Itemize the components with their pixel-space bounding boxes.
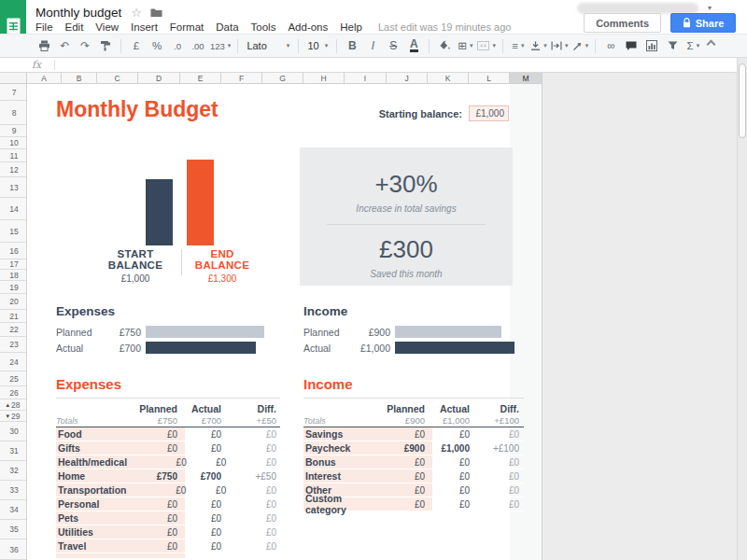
- account-menu-caret-icon[interactable]: ▾: [708, 4, 712, 12]
- starting-balance-value-cell[interactable]: £1,000: [469, 105, 509, 121]
- row-header[interactable]: 12: [0, 162, 26, 177]
- row-header[interactable]: 15: [0, 220, 26, 243]
- column-header[interactable]: H: [303, 73, 345, 84]
- column-header[interactable]: A: [27, 73, 62, 84]
- insert-link-icon[interactable]: ∞: [600, 35, 621, 56]
- row-header[interactable]: 34: [0, 500, 26, 520]
- row-header[interactable]: 30: [0, 422, 26, 441]
- percent-format-icon[interactable]: %: [147, 35, 167, 56]
- menu-item[interactable]: File: [35, 21, 53, 33]
- print-icon[interactable]: [34, 35, 54, 56]
- column-header[interactable]: C: [97, 73, 138, 84]
- currency-format-icon[interactable]: £: [126, 35, 147, 56]
- column-header[interactable]: B: [62, 73, 97, 84]
- sheet-canvas[interactable]: Monthly Budget Starting balance: £1,000 …: [27, 84, 543, 560]
- column-header[interactable]: J: [387, 73, 428, 84]
- undo-icon[interactable]: ↶: [54, 35, 75, 56]
- column-header[interactable]: L: [469, 73, 510, 84]
- menu-item[interactable]: View: [95, 21, 119, 33]
- row-header[interactable]: 10: [0, 137, 26, 149]
- column-header[interactable]: K: [428, 73, 469, 84]
- table-row[interactable]: Pets £0 £0 £0: [56, 511, 280, 525]
- last-edit-status[interactable]: Last edit was 19 minutes ago: [378, 21, 511, 33]
- table-row[interactable]: Travel £0 £0 £0: [56, 539, 280, 553]
- table-row[interactable]: Health/medical £0 £0 £0: [56, 455, 280, 469]
- row-header[interactable]: 9: [0, 125, 26, 137]
- column-header[interactable]: E: [180, 73, 221, 84]
- table-row[interactable]: Custom category £0 £0 £0: [303, 497, 524, 511]
- row-header[interactable]: 14: [0, 198, 26, 220]
- row-header[interactable]: 7: [0, 84, 26, 101]
- row-header[interactable]: 32: [0, 461, 26, 481]
- row-header[interactable]: 33: [0, 481, 26, 500]
- merge-cells-icon[interactable]: [475, 35, 498, 56]
- row-header[interactable]: 17: [0, 259, 26, 270]
- text-color-icon[interactable]: A: [410, 39, 418, 52]
- font-size-select[interactable]: 10: [303, 35, 331, 56]
- menu-item[interactable]: Help: [340, 21, 362, 33]
- fill-color-icon[interactable]: [434, 35, 455, 56]
- column-header[interactable]: I: [345, 73, 387, 84]
- menu-item[interactable]: Tools: [251, 21, 276, 33]
- insert-chart-icon[interactable]: [641, 35, 662, 56]
- borders-icon[interactable]: ⊞: [455, 35, 475, 56]
- row-header[interactable]: 21: [0, 310, 26, 323]
- row-header[interactable]: 23: [0, 337, 26, 353]
- folder-icon[interactable]: [150, 7, 162, 18]
- row-header[interactable]: 35: [0, 520, 26, 539]
- row-header[interactable]: ▴28: [0, 399, 26, 411]
- row-header[interactable]: 31: [0, 441, 26, 461]
- bold-icon[interactable]: B: [342, 35, 362, 56]
- column-header[interactable]: D: [138, 73, 180, 84]
- decrease-decimal-icon[interactable]: .0: [167, 35, 188, 56]
- italic-icon[interactable]: I: [362, 35, 383, 56]
- comments-button[interactable]: Comments: [584, 13, 661, 33]
- row-header[interactable]: 19: [0, 281, 26, 294]
- scrollbar-thumb[interactable]: [739, 63, 746, 138]
- select-all-corner[interactable]: [0, 73, 27, 84]
- strikethrough-icon[interactable]: S: [383, 35, 403, 56]
- row-header[interactable]: 24: [0, 353, 26, 371]
- table-row[interactable]: Interest £0 £0 £0: [303, 469, 524, 483]
- menu-item[interactable]: Data: [216, 21, 238, 33]
- row-header[interactable]: 36: [0, 539, 26, 560]
- table-row[interactable]: Home £750 £700 +£50: [56, 469, 280, 483]
- share-button[interactable]: Share: [670, 13, 736, 33]
- table-row[interactable]: Utilities £0 £0 £0: [56, 525, 280, 539]
- menu-item[interactable]: Format: [170, 21, 204, 33]
- row-header[interactable]: 13: [0, 177, 26, 198]
- row-header[interactable]: 26: [0, 386, 26, 399]
- vertical-align-icon[interactable]: [529, 35, 549, 56]
- insert-comment-icon[interactable]: [621, 35, 641, 56]
- table-row[interactable]: Gifts £0 £0 £0: [56, 441, 280, 455]
- column-header[interactable]: G: [262, 73, 303, 84]
- table-row[interactable]: Savings £0 £0 £0: [303, 427, 524, 441]
- table-row[interactable]: Bonus £0 £0 £0: [303, 455, 524, 469]
- row-header[interactable]: 8: [0, 101, 26, 125]
- text-wrap-icon[interactable]: [549, 35, 571, 56]
- text-rotation-icon[interactable]: [570, 35, 590, 56]
- row-header[interactable]: 20: [0, 294, 26, 310]
- table-row[interactable]: Transportation £0 £0 £0: [56, 483, 280, 497]
- menu-item[interactable]: Add-ons: [288, 21, 328, 33]
- functions-sum-icon[interactable]: Σ: [683, 35, 703, 56]
- menu-item[interactable]: Edit: [65, 21, 84, 33]
- row-header[interactable]: ▾29: [0, 411, 26, 422]
- increase-decimal-icon[interactable]: .00: [188, 35, 208, 56]
- hidden-rows-arrow-icon[interactable]: ▴: [7, 401, 10, 409]
- paint-format-icon[interactable]: [95, 35, 116, 56]
- vertical-scrollbar[interactable]: [737, 58, 747, 560]
- column-header[interactable]: F: [221, 73, 262, 84]
- column-header[interactable]: M: [510, 73, 543, 84]
- formula-bar[interactable]: fx: [0, 58, 747, 73]
- hidden-rows-arrow-icon[interactable]: ▾: [7, 413, 10, 420]
- row-header[interactable]: 25: [0, 371, 26, 386]
- row-header[interactable]: 22: [0, 323, 26, 337]
- row-header[interactable]: 11: [0, 149, 26, 162]
- table-row[interactable]: Personal £0 £0 £0: [56, 497, 280, 511]
- filter-icon[interactable]: [662, 35, 683, 56]
- table-row[interactable]: Food £0 £0 £0: [56, 427, 280, 441]
- redo-icon[interactable]: ↷: [75, 35, 95, 56]
- row-header[interactable]: 16: [0, 243, 26, 259]
- document-title[interactable]: Monthly budget: [35, 6, 121, 20]
